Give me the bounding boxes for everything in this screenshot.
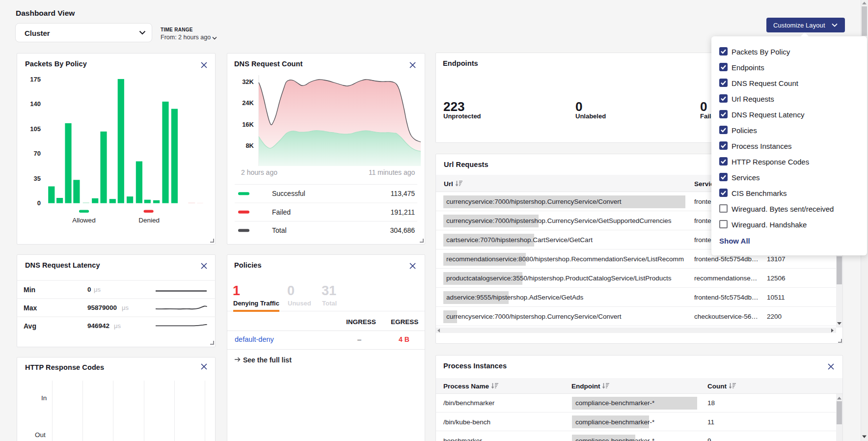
svg-text:304,686: 304,686 xyxy=(390,226,415,234)
svg-text:70: 70 xyxy=(34,150,41,157)
svg-text:175: 175 xyxy=(30,76,41,83)
svg-text:0: 0 xyxy=(37,199,41,207)
svg-text:Avg: Avg xyxy=(24,322,36,330)
svg-text:Failed: Failed xyxy=(272,208,291,216)
svg-text:8K: 8K xyxy=(245,142,254,149)
svg-text:16K: 16K xyxy=(242,121,254,128)
svg-text:191,211: 191,211 xyxy=(390,208,415,216)
svg-text:11 minutes ago: 11 minutes ago xyxy=(369,168,415,176)
svg-text:32K: 32K xyxy=(242,78,254,85)
svg-text:946942: 946942 xyxy=(87,322,109,330)
svg-text:140: 140 xyxy=(30,100,41,108)
svg-text:μs: μs xyxy=(114,322,121,330)
svg-text:Total: Total xyxy=(272,226,287,234)
svg-text:Successful: Successful xyxy=(272,190,305,197)
svg-text:2 hours ago: 2 hours ago xyxy=(241,168,277,176)
svg-text:113,475: 113,475 xyxy=(390,190,415,197)
svg-text:35: 35 xyxy=(34,175,41,182)
svg-text:μs: μs xyxy=(122,304,129,311)
svg-text:105: 105 xyxy=(30,125,41,133)
svg-text:95879000: 95879000 xyxy=(87,304,117,311)
svg-text:Max: Max xyxy=(24,304,37,312)
svg-text:μs: μs xyxy=(94,286,101,293)
svg-text:24K: 24K xyxy=(242,99,254,107)
svg-text:Denied: Denied xyxy=(138,217,160,224)
svg-text:0: 0 xyxy=(87,286,91,293)
svg-text:Allowed: Allowed xyxy=(72,217,95,224)
svg-text:Min: Min xyxy=(24,286,35,294)
